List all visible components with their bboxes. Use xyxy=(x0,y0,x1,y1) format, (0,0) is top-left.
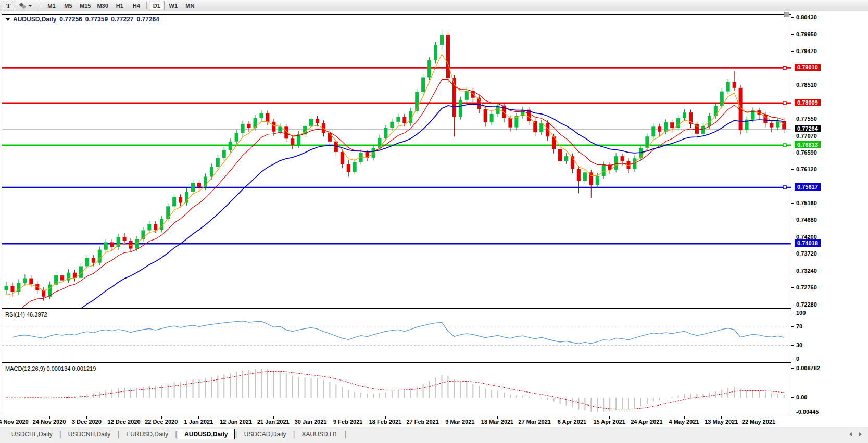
axis-tick-mark xyxy=(791,305,794,305)
chart-tab-eurusd[interactable]: EURUSD,Daily xyxy=(120,429,174,439)
candle-up xyxy=(664,122,668,132)
hline-handle[interactable] xyxy=(783,66,786,69)
chart-tab-usdcnh[interactable]: USDCNH,Daily xyxy=(62,429,117,439)
candle-down xyxy=(341,152,344,164)
candle-down xyxy=(247,124,251,128)
hline-handle[interactable] xyxy=(783,144,786,147)
price-tick-label: 0.74680 xyxy=(796,217,817,223)
candle-up xyxy=(726,82,730,92)
candle-down xyxy=(316,119,319,123)
hline-handle[interactable] xyxy=(783,102,786,105)
chart-shift-marker[interactable] xyxy=(784,12,789,17)
candle-up xyxy=(602,164,606,176)
cursor-mode-button[interactable] xyxy=(17,1,35,10)
date-label: 24 Apr 2021 xyxy=(631,419,662,425)
axis-tick-mark xyxy=(791,34,794,35)
timeframe-button-m15[interactable]: M15 xyxy=(77,1,93,10)
date-label: 13 May 2021 xyxy=(705,419,738,425)
candle-up xyxy=(614,156,618,170)
chart-tab-usdchf[interactable]: USDCHF,Daily xyxy=(5,429,59,439)
price-tick-label: 0.76120 xyxy=(796,166,817,172)
candle-up xyxy=(384,128,387,138)
hline-handle[interactable] xyxy=(783,186,786,189)
tab-scroll-left-icon[interactable] xyxy=(849,432,852,436)
candle-up xyxy=(676,118,680,128)
candle-up xyxy=(683,112,686,118)
candle-up xyxy=(596,176,599,185)
price-axis[interactable]: 0.804300.799500.794700.785100.775500.770… xyxy=(791,14,868,309)
candle-down xyxy=(92,258,95,262)
timeframe-button-m5[interactable]: M5 xyxy=(60,1,76,10)
macd-panel[interactable]: MACD(12,26,9) 0.000134 0.001219 xyxy=(2,364,791,416)
axis-tick-mark xyxy=(791,359,794,359)
candle-up xyxy=(135,239,139,248)
candle-down xyxy=(558,149,562,161)
macd-canvas[interactable] xyxy=(2,364,791,416)
date-label: 27 Feb 2021 xyxy=(406,419,438,425)
candle-down xyxy=(154,224,157,230)
price-level-badge: 0.78009 xyxy=(795,99,821,106)
price-tick-label: 0.79950 xyxy=(796,31,817,37)
date-label: 4 May 2021 xyxy=(669,419,699,425)
candle-up xyxy=(259,113,263,118)
date-axis[interactable]: 14 Nov 202024 Nov 20203 Dec 202012 Dec 2… xyxy=(2,417,791,426)
axis-tick-mark xyxy=(791,271,794,271)
candle-up xyxy=(85,258,89,266)
ma-fast-line xyxy=(6,54,784,295)
tab-separator: | xyxy=(117,429,119,439)
date-label: 1 Jan 2021 xyxy=(184,419,213,425)
date-label: 18 Mar 2021 xyxy=(481,419,513,425)
tab-separator: | xyxy=(59,429,61,439)
candle-up xyxy=(229,142,232,150)
candle-up xyxy=(378,138,382,148)
candle-up xyxy=(459,100,462,117)
price-tick-label: 0.77550 xyxy=(796,116,817,122)
symbol-dropdown-icon[interactable] xyxy=(6,18,10,21)
candle-up xyxy=(210,167,213,176)
tab-scroll-right-icon[interactable] xyxy=(859,432,862,436)
candle-up xyxy=(396,117,400,121)
chart-tab-audusd[interactable]: AUDUSD,Daily xyxy=(178,429,234,439)
candle-up xyxy=(241,124,245,133)
candle-up xyxy=(147,224,151,230)
date-label: 9 Feb 2021 xyxy=(333,419,362,425)
chart-tab-xauusd[interactable]: XAUUSD,H1 xyxy=(296,429,344,439)
macd-axis[interactable]: 0.0087820.00-0.00445 xyxy=(791,364,868,416)
rsi-line xyxy=(12,321,784,344)
toolbar: T M1M5M15M30H1H4D1W1MN xyxy=(0,0,868,11)
candle-down xyxy=(29,279,33,284)
candle-down xyxy=(123,237,127,241)
price-chart-canvas[interactable] xyxy=(2,15,791,308)
candle-up xyxy=(645,136,649,148)
timeframe-button-m1[interactable]: M1 xyxy=(44,1,59,10)
candle-up xyxy=(714,106,718,116)
candle-up xyxy=(353,162,357,172)
timeframe-button-d1[interactable]: D1 xyxy=(149,1,165,10)
timeframe-button-m30[interactable]: M30 xyxy=(94,1,110,10)
ma-slow-line xyxy=(6,104,784,308)
rsi-axis[interactable]: 10070300 xyxy=(791,310,868,363)
timeframe-button-w1[interactable]: W1 xyxy=(166,1,181,10)
quote-line: AUDUSD,Daily 0.77256 0.77359 0.77227 0.7… xyxy=(6,16,159,23)
axis-tick-mark xyxy=(791,254,794,254)
quote-open: 0.77256 xyxy=(59,16,82,23)
timeframe-button-h1[interactable]: H1 xyxy=(112,1,128,10)
axis-tick-mark xyxy=(791,313,794,313)
timeframe-button-h4[interactable]: H4 xyxy=(129,1,144,10)
chart-tab-bar: USDCHF,Daily|USDCNH,Daily|EURUSD,Daily|A… xyxy=(0,427,868,443)
main-chart-panel[interactable]: AUDUSD,Daily 0.77256 0.77359 0.77227 0.7… xyxy=(2,14,791,309)
quote-high: 0.77359 xyxy=(85,16,108,23)
rsi-canvas[interactable] xyxy=(2,310,791,362)
candle-up xyxy=(5,286,8,290)
axis-tick-mark xyxy=(791,412,794,412)
price-tick-label: 0.73720 xyxy=(796,250,817,257)
text-tool-button[interactable]: T xyxy=(1,1,16,10)
trading-platform-window: T M1M5M15M30H1H4D1W1MN AUDUSD,Daily 0.77… xyxy=(0,0,868,443)
rsi-panel[interactable]: RSI(14) 46.3972 xyxy=(2,310,791,363)
axis-tick-mark xyxy=(791,326,794,327)
candle-down xyxy=(291,138,294,145)
toolbar-grip[interactable] xyxy=(37,2,41,9)
chart-tab-usdcad[interactable]: USDCAD,Daily xyxy=(238,429,293,439)
timeframe-button-mn[interactable]: MN xyxy=(182,1,198,10)
price-tick-label: 0.72760 xyxy=(796,284,817,290)
